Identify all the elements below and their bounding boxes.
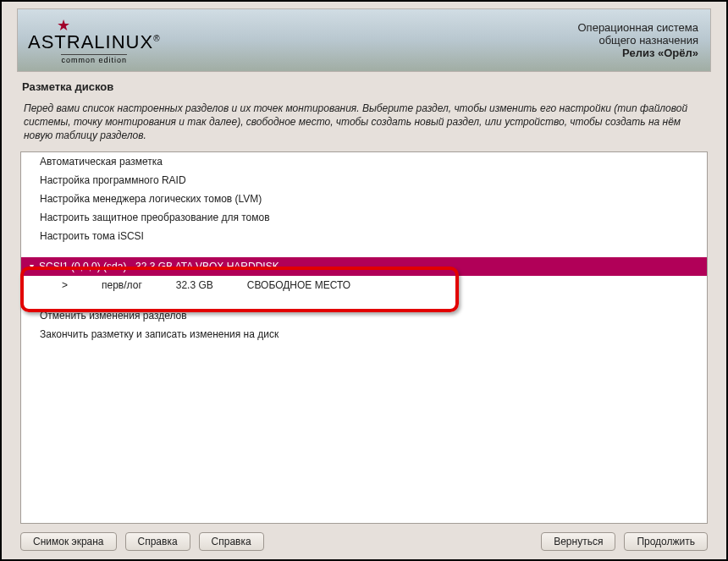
logo: ★ ASTRALINUX® common edition bbox=[18, 16, 161, 64]
option-finish-partitioning[interactable]: Закончить разметку и записать изменения … bbox=[21, 325, 707, 344]
option-raid[interactable]: Настройка программного RAID bbox=[21, 171, 707, 190]
triangle-down-icon: ▾ bbox=[30, 261, 34, 271]
spacer bbox=[21, 294, 707, 306]
installer-window: ★ ASTRALINUX® common edition Операционна… bbox=[2, 2, 726, 559]
footer-right-group: Вернуться Продолжить bbox=[541, 532, 708, 551]
partition-marker: > bbox=[62, 279, 68, 291]
screenshot-button[interactable]: Снимок экрана bbox=[20, 532, 117, 551]
option-iscsi[interactable]: Настроить тома iSCSI bbox=[21, 227, 707, 245]
logo-text: ASTRALINUX® bbox=[28, 31, 161, 53]
disk-header-label: SCSI1 (0,0,0) (sda) - 32.3 GB ATA VBOX H… bbox=[39, 261, 279, 272]
brand-line3: Релиз «Орёл» bbox=[578, 47, 699, 59]
disk-header-row[interactable]: ▾ SCSI1 (0,0,0) (sda) - 32.3 GB ATA VBOX… bbox=[21, 257, 707, 276]
help-button-2[interactable]: Справка bbox=[199, 532, 264, 551]
partition-row[interactable]: > перв/лог 32.3 GB СВОБОДНОЕ МЕСТО bbox=[21, 276, 707, 294]
brand-line1: Операционная система bbox=[578, 21, 699, 34]
footer-buttons: Снимок экрана Справка Справка Вернуться … bbox=[17, 524, 711, 553]
back-button[interactable]: Вернуться bbox=[541, 532, 615, 551]
continue-button[interactable]: Продолжить bbox=[624, 532, 708, 551]
help-button-1[interactable]: Справка bbox=[125, 532, 190, 551]
option-lvm[interactable]: Настройка менеджера логических томов (LV… bbox=[21, 190, 707, 208]
option-auto-partition[interactable]: Автоматическая разметка bbox=[21, 152, 707, 171]
option-undo-changes[interactable]: Отменить изменения разделов bbox=[21, 306, 707, 325]
partition-list[interactable]: Автоматическая разметка Настройка програ… bbox=[20, 151, 708, 524]
partition-label: СВОБОДНОЕ МЕСТО bbox=[247, 279, 350, 291]
content-area: Автоматическая разметка Настройка програ… bbox=[17, 151, 711, 524]
spacer bbox=[21, 245, 707, 257]
page-title: Разметка дисков bbox=[17, 72, 711, 96]
brand-line2: общего назначения bbox=[578, 34, 699, 47]
partition-size: 32.3 GB bbox=[176, 279, 213, 291]
brand-text: Операционная система общего назначения Р… bbox=[578, 21, 711, 59]
logo-subtitle: common edition bbox=[61, 54, 127, 64]
footer-left-group: Снимок экрана Справка Справка bbox=[20, 532, 264, 551]
option-crypt[interactable]: Настроить защитное преобразование для то… bbox=[21, 208, 707, 227]
page-description: Перед вами список настроенных разделов и… bbox=[17, 96, 711, 151]
header-banner: ★ ASTRALINUX® common edition Операционна… bbox=[17, 8, 711, 72]
partition-type: перв/лог bbox=[102, 279, 142, 291]
